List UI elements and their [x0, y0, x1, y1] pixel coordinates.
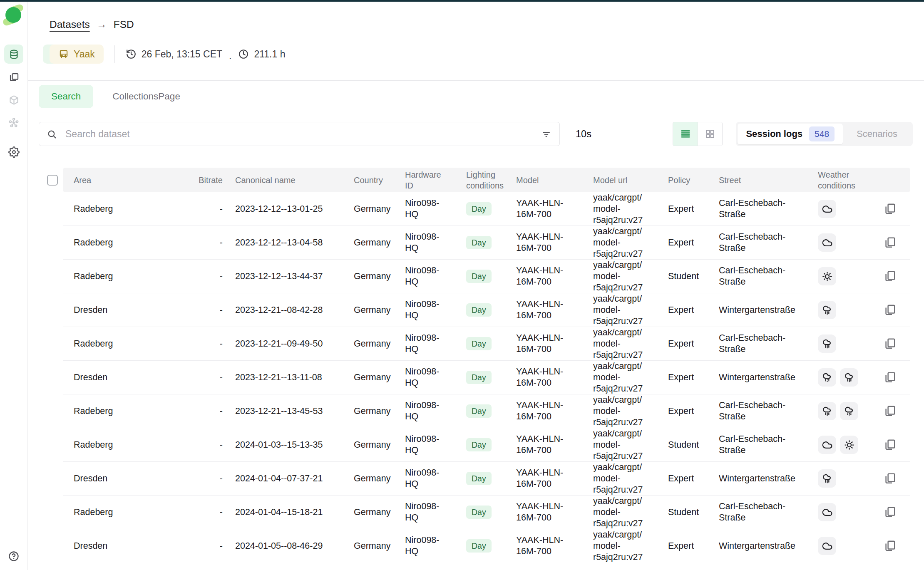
cell-canonical-name: 2023-12-21--08-42-28: [227, 305, 350, 316]
column-header-model-url[interactable]: Model url: [591, 175, 666, 186]
cell-model-url: yaak/​cargpt/​model-r5ajq2ru:v27: [591, 226, 666, 260]
lighting-badge: Day: [466, 371, 492, 384]
cell-canonical-name: 2023-12-12--13-01-25: [227, 203, 350, 215]
cell-area: Radeberg: [63, 406, 188, 417]
cell-canonical-name: 2024-01-04--15-18-21: [227, 507, 350, 518]
tab-search[interactable]: Search: [39, 85, 93, 108]
copy-button[interactable]: [881, 368, 899, 387]
sidebar-item-packages[interactable]: [4, 90, 23, 109]
cell-actions: [870, 368, 910, 387]
breadcrumb-datasets-link[interactable]: Datasets: [50, 19, 90, 30]
page-title: FSD: [114, 19, 134, 30]
column-header-area[interactable]: Area: [63, 175, 188, 186]
cell-weather-conditions: [812, 267, 870, 285]
sidebar: [0, 2, 28, 570]
cell-model: YAAK-HLN-16M-700: [510, 265, 591, 287]
column-header-weather-conditions[interactable]: Weather conditions: [812, 169, 870, 191]
cell-actions: [870, 436, 910, 454]
help-button[interactable]: [4, 547, 23, 566]
table-row[interactable]: Radeberg - 2024-01-04--15-18-21 Germany …: [63, 496, 910, 529]
table-row[interactable]: Dresden - 2023-12-21--08-42-28 Germany N…: [63, 293, 910, 327]
copy-button[interactable]: [881, 469, 899, 488]
app-logo[interactable]: [3, 5, 24, 26]
copy-button[interactable]: [881, 267, 899, 285]
rain-icon: [818, 469, 836, 488]
cell-area: Radeberg: [63, 271, 188, 282]
cell-area: Dresden: [63, 473, 188, 484]
search-input[interactable]: [65, 129, 537, 140]
cell-actions: [870, 267, 910, 285]
cloud-icon: [818, 436, 836, 454]
copy-button[interactable]: [881, 503, 899, 521]
cell-hardware-id: Niro098-HQ: [402, 332, 460, 355]
column-header-model[interactable]: Model: [510, 175, 591, 186]
copy-button[interactable]: [881, 402, 899, 420]
cell-canonical-name: 2023-12-12--13-44-37: [227, 271, 350, 282]
cell-street: Carl-Eschebach-Straße: [714, 400, 812, 422]
cell-policy: Student: [666, 271, 714, 282]
table-row[interactable]: Radeberg - 2024-01-03--15-13-35 Germany …: [63, 428, 910, 462]
cell-country: Germany: [350, 473, 402, 484]
recorded-at: 26 Feb, 13:15 CET: [126, 49, 222, 60]
lighting-badge: Day: [466, 438, 492, 451]
lighting-badge: Day: [466, 539, 492, 553]
lighting-badge: Day: [466, 506, 492, 519]
column-header-lighting-conditions[interactable]: Lighting conditions: [460, 169, 510, 191]
sidebar-item-collections[interactable]: [4, 67, 23, 87]
table-row[interactable]: Radeberg - 2023-12-21--13-45-53 Germany …: [63, 394, 910, 428]
help-icon: [8, 550, 20, 562]
sidebar-item-settings[interactable]: [4, 142, 23, 161]
table-row[interactable]: Dresden - 2023-12-21--13-11-08 Germany N…: [63, 361, 910, 394]
copy-button[interactable]: [881, 537, 899, 555]
column-header-street[interactable]: Street: [714, 175, 812, 186]
cell-lighting-conditions: Day: [460, 404, 510, 418]
list-view-button[interactable]: [673, 122, 698, 146]
filter-button[interactable]: [537, 125, 555, 143]
vehicle-badge[interactable]: Yaak: [50, 45, 104, 64]
cell-bitrate: -: [188, 305, 227, 316]
cell-street: Carl-Eschebach-Straße: [714, 332, 812, 355]
cell-street: Carl-Eschebach-Straße: [714, 265, 812, 287]
column-header-hardware-id[interactable]: Hardware ID: [402, 169, 460, 191]
copy-icon: [884, 472, 896, 485]
cell-policy: Expert: [666, 203, 714, 215]
segment-session-logs[interactable]: Session logs 548: [738, 124, 843, 144]
sidebar-item-workflows[interactable]: [4, 113, 23, 132]
table-row[interactable]: Dresden - 2024-01-04--07-37-21 Germany N…: [63, 462, 910, 496]
copy-button[interactable]: [881, 200, 899, 218]
copy-button[interactable]: [881, 301, 899, 319]
table-row[interactable]: Dresden - 2024-01-05--08-46-29 Germany N…: [63, 529, 910, 563]
breadcrumb: Datasets → FSD: [50, 18, 134, 30]
cell-bitrate: -: [188, 203, 227, 215]
cell-lighting-conditions: Day: [460, 303, 510, 317]
cell-area: Radeberg: [63, 203, 188, 215]
tab-collections-page[interactable]: CollectionsPage: [112, 91, 180, 102]
copy-button[interactable]: [881, 436, 899, 454]
cell-bitrate: -: [188, 237, 227, 248]
table-row[interactable]: Radeberg - 2023-12-12--13-01-25 Germany …: [63, 192, 910, 226]
cell-model: YAAK-HLN-16M-700: [510, 467, 591, 490]
rain-icon: [818, 335, 836, 353]
copy-button[interactable]: [881, 335, 899, 353]
sidebar-item-datasets[interactable]: [4, 45, 23, 64]
cell-lighting-conditions: Day: [460, 371, 510, 384]
column-header-policy[interactable]: Policy: [666, 175, 714, 186]
column-header-canonical-name[interactable]: Canonical name: [227, 175, 350, 186]
select-all-checkbox[interactable]: [47, 175, 58, 186]
session-logs-count-badge: 548: [809, 126, 835, 141]
cell-area: Radeberg: [63, 338, 188, 349]
search-icon: [47, 129, 57, 139]
cell-model-url: yaak/​cargpt/​model-r5ajq2ru:v27: [591, 192, 666, 226]
column-header-bitrate[interactable]: Bitrate: [188, 175, 227, 186]
cell-area: Dresden: [63, 540, 188, 552]
table-row[interactable]: Radeberg - 2023-12-12--13-04-58 Germany …: [63, 226, 910, 260]
cell-country: Germany: [350, 372, 402, 383]
table-row[interactable]: Radeberg - 2023-12-12--13-44-37 Germany …: [63, 260, 910, 293]
copy-button[interactable]: [881, 233, 899, 252]
column-header-country[interactable]: Country: [350, 175, 402, 186]
grid-view-button[interactable]: [698, 122, 722, 146]
network-icon: [8, 117, 20, 129]
table-row[interactable]: Radeberg - 2023-12-21--09-49-50 Germany …: [63, 327, 910, 361]
segment-scenarios[interactable]: Scenarios: [843, 129, 911, 139]
lighting-badge: Day: [466, 337, 492, 350]
